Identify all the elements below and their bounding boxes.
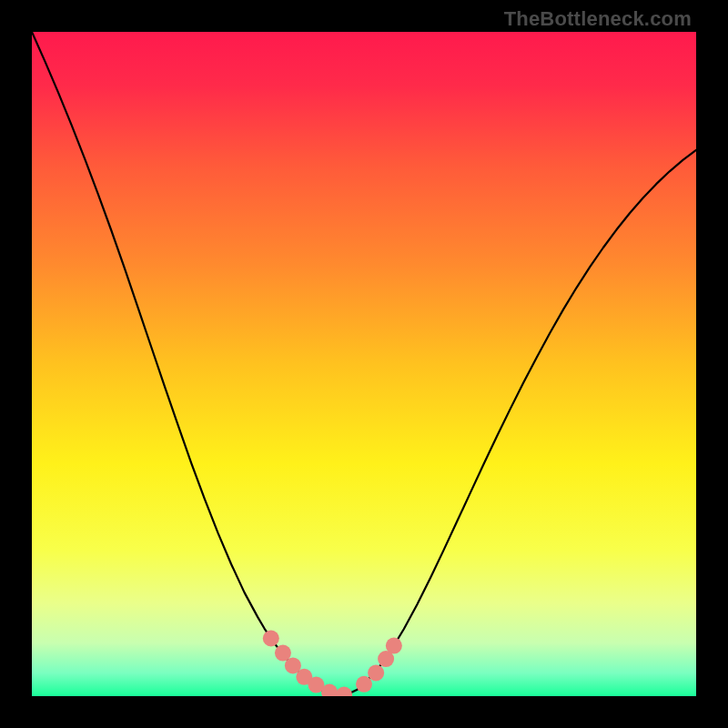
chart-frame: TheBottleneck.com [0,0,728,728]
highlight-dot [263,630,279,646]
curve-layer [32,32,696,696]
highlight-dot [368,664,384,681]
highlight-dot [336,687,352,696]
plot-area [32,32,696,696]
bottleneck-curve [32,32,696,695]
highlight-dot [356,676,372,693]
watermark-text: TheBottleneck.com [504,7,692,31]
highlight-dot [386,638,402,654]
highlight-dots [263,630,402,696]
